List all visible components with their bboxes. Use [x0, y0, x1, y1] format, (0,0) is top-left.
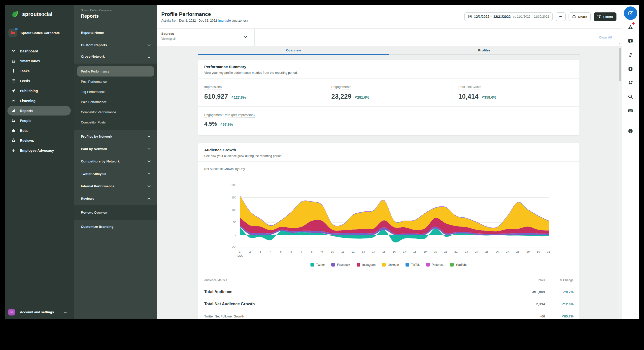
col-change: % Change	[545, 278, 574, 282]
compose-button[interactable]	[622, 6, 639, 20]
multiple-timezones-link[interactable]: multiple	[219, 19, 231, 22]
more-options-button[interactable]: •••	[556, 13, 566, 21]
vertical-scrollbar[interactable]	[618, 46, 622, 319]
performance-summary-header: Performance Summary View your key profil…	[198, 60, 580, 79]
metric-change-value: 359.6%	[484, 95, 496, 99]
row-change-value: 85.7%	[564, 314, 574, 318]
legend-label: YouTube	[456, 263, 467, 266]
subnav-item-reviews[interactable]: Reviews	[74, 192, 157, 205]
sources-dropdown[interactable]: Sources Viewing all	[157, 29, 254, 46]
create-button[interactable]	[622, 62, 639, 76]
legend-item-twitter[interactable]: Twitter	[310, 263, 325, 266]
col-totals: Totals	[513, 278, 545, 282]
report-tabs: OverviewProfiles	[198, 47, 580, 55]
subnav-item-custom-reports[interactable]: Custom Reports	[74, 39, 157, 51]
sidebar-item-smart-inbox[interactable]: Smart Inbox	[8, 56, 71, 66]
subnav-item-competitors-by-network[interactable]: Competitors by Network	[74, 155, 157, 167]
subnav-item-reviews-overview[interactable]: Reviews Overview	[77, 207, 154, 218]
legend-item-instagram[interactable]: Instagram	[356, 263, 376, 266]
subnav-item-competitor-posts[interactable]: Competitor Posts	[77, 117, 154, 127]
legend-item-pinterest[interactable]: Pinterest	[426, 263, 444, 266]
sidebar-item-label: Bots	[20, 129, 28, 133]
filters-button[interactable]: Filters	[594, 13, 616, 21]
unread-badge	[632, 22, 635, 25]
subnav-item-profile-performance[interactable]: Profile Performance	[77, 66, 154, 77]
tab-profiles[interactable]: Profiles	[389, 47, 580, 55]
metric-change: ↗281.6%	[354, 95, 369, 100]
alerts-button[interactable]	[622, 20, 639, 34]
arrow-right-icon: →	[63, 309, 68, 315]
app-window: sproutsocial Sprout Coffee Corporate Das…	[5, 5, 639, 319]
help-icon	[628, 128, 633, 134]
metric-post-link-clicks: Post Link Clicks10,414↗359.6%	[452, 79, 580, 106]
row-label: Twitter Net Follower Growth	[204, 314, 513, 318]
subnav-subitem-label: Reviews Overview	[81, 211, 108, 214]
row-label-text[interactable]: Total Net Audience Growth	[204, 302, 255, 307]
subnav-subpanel: Profile PerformancePost PerformanceTag P…	[74, 64, 157, 130]
row-change-value: 0.7%	[566, 290, 574, 294]
svg-text:DEC: DEC	[238, 254, 243, 257]
share-button[interactable]: Share	[568, 13, 591, 21]
sidebar-item-reviews[interactable]: Reviews	[8, 136, 71, 145]
subnav-item-paid-performance[interactable]: Paid Performance	[77, 97, 154, 107]
subnav-item-label: Custom Reports	[81, 43, 107, 47]
chevron-down-icon	[148, 44, 151, 47]
subnav-item-cross-network[interactable]: Cross-Network	[74, 51, 157, 64]
folder-icon	[8, 29, 17, 37]
send-icon	[12, 89, 16, 93]
keyboard-shortcuts-button[interactable]	[622, 104, 639, 118]
row-label-text[interactable]: Twitter Net Follower Growth	[204, 314, 244, 319]
help-button[interactable]	[622, 124, 639, 138]
scroll-up-icon[interactable]: ▲	[619, 42, 621, 45]
up-arrow-icon: ↗	[354, 95, 357, 99]
legend-label: Pinterest	[432, 263, 444, 266]
sidebar-item-publishing[interactable]: Publishing	[8, 86, 71, 96]
legend-swatch	[331, 263, 335, 266]
row-label-text[interactable]: Total Audience	[204, 290, 232, 295]
row-label: Total Audience	[204, 290, 513, 294]
subnav-item-customize-branding[interactable]: Customize Branding	[74, 220, 157, 233]
performance-summary-title: Performance Summary	[204, 65, 574, 69]
legend-item-tiktok[interactable]: TikTok	[406, 263, 420, 266]
subnav-item-competitor-performance[interactable]: Competitor Performance	[77, 107, 154, 117]
timezone-note[interactable]: (multiple time zones)	[218, 19, 248, 23]
invite-users-button[interactable]	[622, 76, 639, 90]
subnav-item-label: Customize Branding	[81, 225, 114, 228]
search-button[interactable]	[622, 90, 639, 104]
legend-item-facebook[interactable]: Facebook	[331, 263, 350, 266]
clear-all-button[interactable]: Clear All	[599, 35, 612, 39]
subnav-item-paid-by-network[interactable]: Paid by Network	[74, 143, 157, 155]
legend-item-youtube[interactable]: YouTube	[450, 263, 467, 266]
chevron-down-icon	[148, 172, 151, 175]
account-and-settings[interactable]: BS Account and settings →	[5, 305, 74, 319]
sidebar-item-bots[interactable]: Bots	[8, 126, 71, 135]
subnav-item-reports-home[interactable]: Reports Home	[74, 26, 157, 39]
legend-item-linkedin[interactable]: LinkedIn	[382, 263, 399, 266]
connect-profile-button[interactable]	[622, 48, 639, 62]
legend-swatch	[450, 263, 454, 266]
sidebar-item-listening[interactable]: Listening	[8, 96, 71, 106]
scrollbar-thumb[interactable]	[619, 48, 621, 81]
messages-button[interactable]	[622, 34, 639, 48]
sidebar-item-label: Employee Advocacy	[20, 149, 54, 153]
subnav-item-tag-performance[interactable]: Tag Performance	[77, 87, 154, 97]
subnav-subitem-label: Competitor Performance	[81, 110, 116, 114]
sidebar-item-employee-advocacy[interactable]: Employee Advocacy	[8, 146, 71, 155]
sidebar-item-tasks[interactable]: Tasks	[8, 66, 71, 76]
sprout-logo[interactable]: sproutsocial	[5, 5, 74, 23]
sidebar-item-people[interactable]: People	[8, 116, 71, 125]
tab-overview[interactable]: Overview	[198, 47, 389, 55]
svg-text:24: 24	[475, 250, 478, 253]
subnav-item-profiles-by-network[interactable]: Profiles by Network	[74, 130, 157, 143]
date-range-button[interactable]: 12/1/2022 – 12/31/2022 vs 11/1/2022 – 11…	[464, 13, 553, 21]
sidebar-item-reports[interactable]: Reports	[8, 106, 71, 116]
sidebar-item-feeds[interactable]: Feeds	[8, 76, 71, 86]
subnav-item-post-performance[interactable]: Post Performance	[77, 77, 154, 87]
account-group-switcher[interactable]: Sprout Coffee Corporate	[5, 23, 74, 39]
col-audience-metrics: Audience Metrics	[204, 278, 513, 282]
reports-subnav: Sprout Coffee Corporate Reports Reports …	[74, 5, 157, 319]
subnav-item-twitter-analysis[interactable]: Twitter Analysis	[74, 167, 157, 180]
subnav-item-internal-performance[interactable]: Internal Performance	[74, 180, 157, 192]
sidebar-item-dashboard[interactable]: Dashboard	[8, 46, 71, 56]
legend-swatch	[310, 263, 314, 266]
